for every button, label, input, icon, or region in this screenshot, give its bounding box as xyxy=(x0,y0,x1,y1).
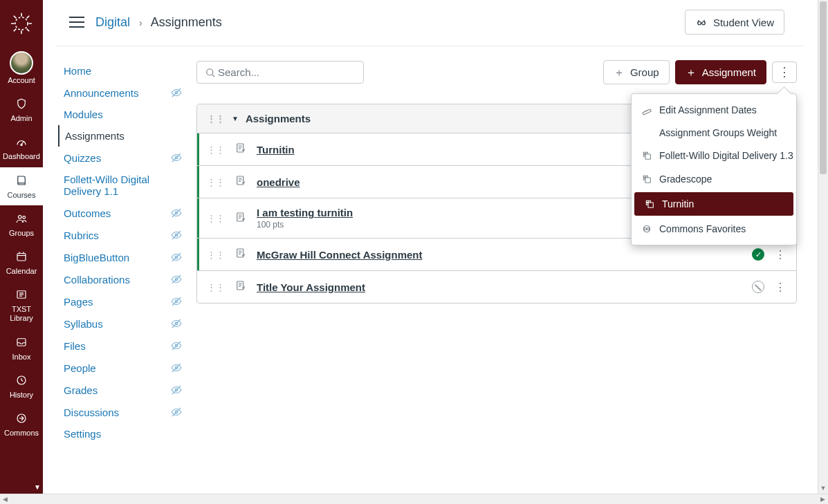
coursenav-label: Rubrics xyxy=(64,230,99,241)
assignment-title[interactable]: McGraw Hill Connect Assignment xyxy=(257,249,422,261)
svg-point-11 xyxy=(19,215,22,218)
scroll-down-icon[interactable]: ▼ xyxy=(818,483,828,494)
menu-item[interactable]: Assignment Groups Weight xyxy=(632,122,796,144)
drag-handle-icon[interactable]: ⋮⋮ xyxy=(207,214,225,223)
drag-handle-icon[interactable]: ⋮⋮ xyxy=(207,250,225,259)
hidden-icon xyxy=(170,406,183,418)
nav-label: History xyxy=(10,391,33,400)
scroll-right-icon[interactable]: ▶ xyxy=(818,494,828,504)
horizontal-scrollbar[interactable]: ◀▶ xyxy=(0,494,828,504)
drag-handle-icon[interactable]: ⋮⋮ xyxy=(207,114,225,123)
svg-line-52 xyxy=(212,75,214,77)
student-view-button[interactable]: Student View xyxy=(685,10,784,35)
student-view-label: Student View xyxy=(713,17,774,28)
vertical-scrollbar[interactable]: ▲▼ xyxy=(818,0,828,494)
svg-point-0 xyxy=(15,17,28,30)
drag-handle-icon[interactable]: ⋮⋮ xyxy=(207,145,225,154)
add-group-button[interactable]: ＋ Group xyxy=(603,60,670,84)
nav-admin[interactable]: Admin xyxy=(0,91,43,129)
coursenav-item[interactable]: Syllabus xyxy=(58,312,183,335)
nav-library[interactable]: TXST Library xyxy=(0,281,43,328)
coursenav-item[interactable]: Follett-Willo Digital Delivery 1.1 xyxy=(58,169,183,202)
inbox-icon xyxy=(12,333,30,351)
svg-rect-53 xyxy=(643,109,651,115)
drag-handle-icon[interactable]: ⋮⋮ xyxy=(207,283,225,292)
coursenav-item[interactable]: Discussions xyxy=(58,401,183,423)
coursenav-item[interactable]: Grades xyxy=(58,379,183,401)
search-input[interactable] xyxy=(217,66,356,79)
coursenav-item[interactable]: Outcomes xyxy=(58,202,183,224)
menu-item-label: Assignment Groups Weight xyxy=(659,127,777,138)
svg-line-6 xyxy=(27,29,29,31)
nav-history[interactable]: History xyxy=(0,367,43,405)
svg-line-54 xyxy=(645,111,645,111)
coursenav-item[interactable]: Home xyxy=(58,60,183,82)
people-icon xyxy=(12,209,30,227)
coursenav-item[interactable]: Settings xyxy=(58,423,183,445)
svg-point-51 xyxy=(207,68,213,75)
coursenav-item[interactable]: People xyxy=(58,357,183,379)
assignment-title[interactable]: onedrive xyxy=(257,176,300,188)
nav-dashboard[interactable]: Dashboard xyxy=(0,129,43,167)
row-options-button[interactable]: ⋮ xyxy=(774,281,786,294)
assignment-icon xyxy=(234,247,247,259)
chevron-down-icon[interactable]: ▼ xyxy=(34,483,41,491)
coursenav-item[interactable]: Quizzes xyxy=(58,147,183,169)
assignment-icon xyxy=(234,174,247,187)
breadcrumb-course-link[interactable]: Digital xyxy=(95,15,130,29)
coursenav-label: Quizzes xyxy=(64,152,101,164)
svg-point-12 xyxy=(23,216,26,218)
more-options-button[interactable]: ⋮ xyxy=(772,62,797,83)
menu-item-label: Edit Assignment Dates xyxy=(659,104,757,115)
scroll-left-icon[interactable]: ◀ xyxy=(0,494,10,504)
nav-courses[interactable]: Courses xyxy=(0,167,43,205)
menu-toggle-icon[interactable] xyxy=(69,15,84,30)
avatar xyxy=(10,51,33,75)
assignment-title[interactable]: I am testing turnitin xyxy=(257,207,353,218)
menu-item[interactable]: Follett-Willo Digital Delivery 1.3 xyxy=(632,144,796,167)
menu-item[interactable]: Commons Favorites xyxy=(632,217,796,241)
coursenav-item[interactable]: Collaborations xyxy=(58,268,183,290)
brand-logo[interactable] xyxy=(9,11,34,36)
svg-rect-66 xyxy=(237,249,243,257)
breadcrumb: Digital › Assignments xyxy=(95,15,222,30)
commons-icon xyxy=(12,409,30,427)
add-assignment-button[interactable]: ＋ Assignment xyxy=(675,60,766,84)
scroll-thumb[interactable] xyxy=(820,1,827,174)
gauge-icon xyxy=(12,133,30,151)
menu-item[interactable]: Edit Assignment Dates xyxy=(632,98,796,122)
nav-commons[interactable]: Commons xyxy=(0,405,43,443)
coursenav-item[interactable]: Assignments xyxy=(58,125,183,147)
nav-calendar[interactable]: Calendar xyxy=(0,243,43,281)
coursenav-item[interactable]: BigBlueButton xyxy=(58,246,183,268)
svg-rect-58 xyxy=(645,178,650,183)
nav-groups[interactable]: Groups xyxy=(0,205,43,243)
compass-logo-icon xyxy=(9,11,34,36)
row-options-button[interactable]: ⋮ xyxy=(774,248,786,261)
drag-handle-icon[interactable]: ⋮⋮ xyxy=(207,178,225,187)
coursenav-label: Collaborations xyxy=(64,274,130,286)
assignment-title[interactable]: Turnitin xyxy=(257,144,295,156)
assignment-title[interactable]: Title Your Assignment xyxy=(257,281,365,293)
coursenav-label: BigBlueButton xyxy=(64,252,129,263)
coursenav-item[interactable]: Pages xyxy=(58,290,183,312)
nav-inbox[interactable]: Inbox xyxy=(0,329,43,367)
coursenav-item[interactable]: Rubrics xyxy=(58,224,183,246)
shield-icon xyxy=(12,95,30,113)
coursenav-item[interactable]: Announcements xyxy=(58,82,183,104)
coursenav-item[interactable]: Files xyxy=(58,335,183,357)
published-icon[interactable]: ✓ xyxy=(752,248,764,261)
group-title: Assignments xyxy=(246,113,311,124)
collapse-icon[interactable]: ▼ xyxy=(232,115,239,122)
hidden-icon xyxy=(170,295,183,308)
nav-label: Commons xyxy=(4,429,39,438)
coursenav-item[interactable]: Modules xyxy=(58,104,183,125)
menu-item[interactable]: Gradescope xyxy=(632,167,796,191)
search-field[interactable] xyxy=(196,61,364,84)
search-icon xyxy=(204,66,217,79)
nav-account[interactable]: Account xyxy=(0,44,43,91)
menu-item[interactable]: Turnitin xyxy=(634,192,793,216)
assignment-row[interactable]: ⋮⋮Title Your Assignment⋮ xyxy=(197,271,796,303)
unpublished-icon[interactable] xyxy=(752,281,764,293)
page: Digital › Assignments Student View HomeA… xyxy=(43,0,818,494)
